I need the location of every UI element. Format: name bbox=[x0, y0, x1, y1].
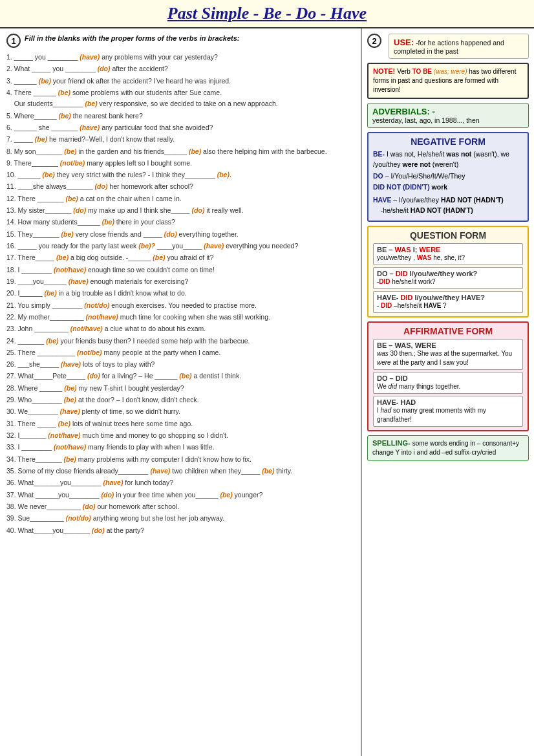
neg-be-line: BE- I was not, He/she/it was not (wasn't… bbox=[373, 149, 523, 170]
aff-have-title: HAVE- HAD bbox=[377, 398, 519, 406]
exercise-8: 8. My son_______ (be) in the garden and … bbox=[6, 146, 354, 157]
neg-have-line: HAVE – I/you/we/they HAD NOT (HADN'T) -h… bbox=[373, 195, 523, 216]
exercises-list: 1. _____ you ________ (have) any problem… bbox=[6, 52, 354, 536]
exercise-14: 14. How many students______ (be) there i… bbox=[6, 217, 354, 228]
neg-do-line: DO – I/You/He/She/It/We/They bbox=[373, 171, 523, 182]
exercise-27: 27. What_____Pete_____ (do) for a living… bbox=[6, 371, 354, 382]
exercise-26: 26. ___she_____ (have) lots of toys to p… bbox=[6, 359, 354, 370]
aff-be-title: BE – WAS, WERE bbox=[377, 341, 519, 349]
q-be-title: BE – WAS I; WERE bbox=[377, 246, 519, 254]
question-have-sub: HAVE- DID I/you/we/they HAVE? - DID –he/… bbox=[373, 291, 523, 313]
section1-instruction: Fill in the blanks with the proper forms… bbox=[25, 34, 240, 43]
note-title: NOTE! bbox=[373, 67, 395, 75]
exercise-32: 32. I_______ (not/have) much time and mo… bbox=[6, 430, 354, 441]
section1-header: 1 Fill in the blanks with the proper for… bbox=[6, 34, 354, 48]
exercise-29: 29. Who________ (be) at the door? – I do… bbox=[6, 394, 354, 405]
title-bar: Past Simple - Be - Do - Have bbox=[0, 0, 534, 28]
exercise-24: 24. _______ (be) your friends busy then?… bbox=[6, 336, 354, 347]
exercise-25: 25. There __________ (not/be) many peopl… bbox=[6, 347, 354, 358]
q-have-text: - DID –he/she/it HAVE ? bbox=[377, 301, 519, 310]
note-box: NOTE! Verb TO BE (was; were) has two dif… bbox=[367, 63, 529, 99]
exercise-30: 30. We________ (have) plenty of time, so… bbox=[6, 406, 354, 417]
right-column: 2 USE: -for he actions happened and comp… bbox=[362, 28, 534, 756]
exercise-16: 16. _____ you ready for the party last w… bbox=[6, 241, 354, 252]
exercise-12: 12. There _______ (be) a cat on the chai… bbox=[6, 193, 354, 204]
section2-header: 2 USE: -for he actions happened and comp… bbox=[367, 34, 529, 59]
exercise-36: 36. What_______you________ (have) for lu… bbox=[6, 477, 354, 488]
adverbials-title: ADVERBIALS: - bbox=[372, 107, 435, 116]
aff-do-title: DO – DID bbox=[377, 374, 519, 382]
question-be-sub: BE – WAS I; WERE you/we/they , WAS he, s… bbox=[373, 243, 523, 265]
q-do-title: DO – DID I/you/we/they work? bbox=[377, 270, 519, 277]
exercise-5: 5. Where______ (be) the nearest bank her… bbox=[6, 111, 354, 122]
exercise-7: 7. _____ (be) he married?–Well, I don't … bbox=[6, 134, 354, 145]
exercise-21: 21. You simply ________ (not/do) enough … bbox=[6, 300, 354, 311]
question-form-title: QUESTION FORM bbox=[373, 230, 523, 241]
exercise-15: 15. They_______ (be) very close friends … bbox=[6, 229, 354, 240]
exercise-28: 28. Where ______ (be) my new T-shirt I b… bbox=[6, 383, 354, 394]
exercise-4: 4. There ______ (be) some problems with … bbox=[6, 87, 354, 110]
exercise-1: 1. _____ you ________ (have) any problem… bbox=[6, 52, 354, 63]
exercise-22: 22. My mother_________ (not/have) much t… bbox=[6, 312, 354, 323]
exercise-39: 39. Sue_________ (not/do) anything wrong… bbox=[6, 513, 354, 524]
negative-form-box: NEGATIVE FORM BE- I was not, He/she/it w… bbox=[367, 132, 529, 222]
exercise-2: 2. What _____ you ________ (do) after th… bbox=[6, 63, 354, 74]
section2-num: 2 bbox=[367, 34, 381, 48]
exercise-10: 10. ______ (be) they very strict with th… bbox=[6, 169, 354, 180]
exercise-13: 13. My sister_______ (do) my make up and… bbox=[6, 205, 354, 216]
exercise-37: 37. What ______you________ (do) in your … bbox=[6, 490, 354, 501]
q-do-text: -DID he/she/it work? bbox=[377, 277, 519, 286]
page-title: Past Simple - Be - Do - Have bbox=[6, 4, 528, 23]
left-column: 1 Fill in the blanks with the proper for… bbox=[0, 28, 362, 756]
use-title: USE: bbox=[394, 38, 414, 47]
exercise-38: 38. We never_________ (do) our homework … bbox=[6, 501, 354, 512]
exercise-17: 17. There_____ (be) a big dog outside. -… bbox=[6, 252, 354, 263]
spelling-title: SPELLING- bbox=[372, 439, 411, 447]
spelling-box: SPELLING- some words ending in – consona… bbox=[367, 435, 529, 461]
exercise-19: 19. ____you______ (have) enough material… bbox=[6, 276, 354, 287]
adverbials-text: yesterday, last, ago, in 1988..., then bbox=[372, 116, 480, 124]
exercise-23: 23. John _________ (not/have) a clue wha… bbox=[6, 323, 354, 334]
aff-be-text: was 30 then.; She was at the supermarket… bbox=[377, 349, 519, 367]
aff-be-sub: BE – WAS, WERE was 30 then.; She was at … bbox=[373, 339, 523, 370]
aff-have-text: I had so many great moments with my gran… bbox=[377, 406, 519, 424]
negative-form-title: NEGATIVE FORM bbox=[373, 136, 523, 147]
exercise-9: 9. There_______ (not/be) many apples lef… bbox=[6, 158, 354, 169]
q-have-title: HAVE- DID I/you/we/they HAVE? bbox=[377, 294, 519, 301]
exercise-35: 35. Some of my close friends already____… bbox=[6, 466, 354, 477]
exercise-40: 40. What_____you_______ (do) at the part… bbox=[6, 525, 354, 536]
exercise-33: 33. I ________ (not/have) many friends t… bbox=[6, 442, 354, 453]
aff-do-sub: DO – DID We did many things together. bbox=[373, 372, 523, 394]
aff-have-sub: HAVE- HAD I had so many great moments wi… bbox=[373, 396, 523, 427]
exercise-20: 20. I______ (be) in a big trouble as I d… bbox=[6, 288, 354, 299]
exercise-3: 3. ______ (be) your friend ok after the … bbox=[6, 76, 354, 87]
note-text: Verb TO BE (was; were) has two different… bbox=[373, 68, 517, 93]
question-do-sub: DO – DID I/you/we/they work? -DID he/she… bbox=[373, 267, 523, 289]
exercise-34: 34. There_______ (be) many problems with… bbox=[6, 454, 354, 465]
main-content: 1 Fill in the blanks with the proper for… bbox=[0, 28, 534, 756]
aff-do-text: We did many things together. bbox=[377, 382, 519, 391]
exercise-31: 31. There _____ (be) lots of walnut tree… bbox=[6, 418, 354, 429]
affirmative-form-box: AFFIRMATIVE FORM BE – WAS, WERE was 30 t… bbox=[367, 321, 529, 431]
exercise-18: 18. I ________ (not/have) enough time so… bbox=[6, 265, 354, 275]
adverbials-box: ADVERBIALS: - yesterday, last, ago, in 1… bbox=[367, 103, 529, 128]
neg-did-not-line: DID NOT (DIDN'T) work bbox=[373, 182, 523, 193]
page: Past Simple - Be - Do - Have 1 Fill in t… bbox=[0, 0, 534, 756]
section1-num: 1 bbox=[6, 34, 21, 48]
use-box: USE: -for he actions happened and comple… bbox=[389, 34, 529, 59]
exercise-6: 6. ______ she _______ (have) any particu… bbox=[6, 122, 354, 133]
question-form-box: QUESTION FORM BE – WAS I; WERE you/we/th… bbox=[367, 226, 529, 318]
q-be-text: you/we/they , WAS he, she, it? bbox=[377, 254, 519, 263]
affirmative-form-title: AFFIRMATIVE FORM bbox=[373, 326, 523, 336]
exercise-11: 11. ____she always_______ (do) her homew… bbox=[6, 181, 354, 192]
